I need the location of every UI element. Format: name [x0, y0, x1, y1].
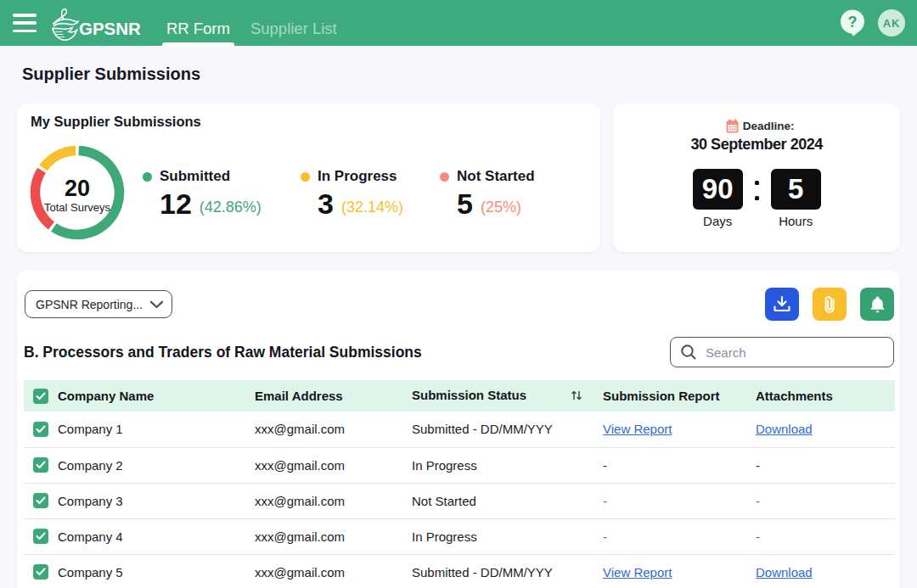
svg-text:?: ? — [848, 14, 858, 31]
